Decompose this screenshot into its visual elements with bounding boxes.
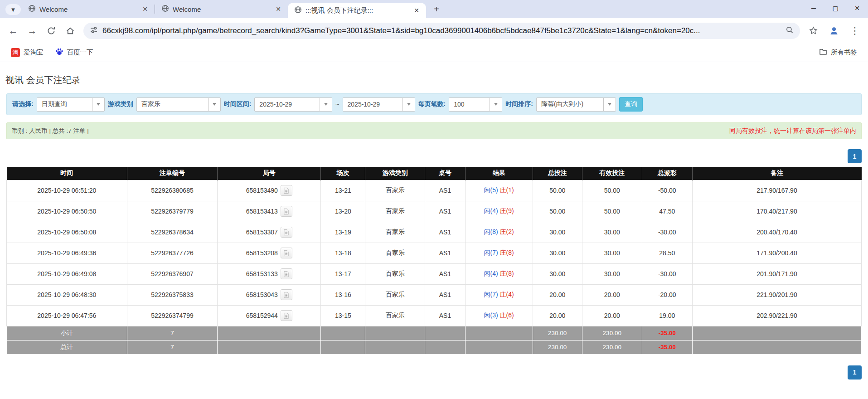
- close-icon[interactable]: ✕: [140, 4, 150, 14]
- new-tab-button[interactable]: +: [430, 2, 443, 16]
- bookmark-taobao[interactable]: 淘 爱淘宝: [7, 46, 47, 59]
- chevron-down-icon[interactable]: ▼: [5, 4, 21, 15]
- summary-empty-cell: [218, 326, 321, 340]
- cell-result: 闲(8) 庄(2): [465, 222, 533, 243]
- column-header: 总投注: [533, 167, 582, 180]
- maximize-icon[interactable]: ▢: [824, 0, 846, 16]
- url-text[interactable]: 66cxkj98.com/ipl/portal.php/game/betreco…: [102, 26, 781, 35]
- cell-game-type: 百家乐: [365, 180, 425, 201]
- cell-total-bet[interactable]: 20.00: [533, 284, 582, 305]
- query-type-select[interactable]: 日期查询: [37, 97, 105, 112]
- cell-time: 2025-10-29 06:47:56: [7, 305, 127, 326]
- bookmark-baidu[interactable]: 百度一下: [52, 46, 97, 59]
- cell-game-type: 百家乐: [365, 263, 425, 284]
- table-row: 2025-10-29 06:50:50522926379779658153413…: [7, 201, 862, 222]
- column-header: 备注: [692, 167, 861, 180]
- video-replay-icon[interactable]: [281, 227, 292, 238]
- cell-total-bet[interactable]: 30.00: [533, 222, 582, 243]
- summary-label: 小计: [7, 326, 127, 340]
- all-bookmarks-button[interactable]: 所有书签: [815, 46, 861, 59]
- summary-total-bet: 230.00: [533, 326, 582, 340]
- video-replay-icon[interactable]: [281, 289, 292, 300]
- browser-tab-1[interactable]: Welcome ✕: [22, 0, 155, 18]
- forward-icon[interactable]: →: [23, 21, 42, 40]
- reload-icon[interactable]: [42, 21, 61, 40]
- zoom-icon[interactable]: [786, 26, 794, 36]
- cell-total-bet[interactable]: 30.00: [533, 243, 582, 263]
- window-controls: ─ ▢ ✕: [803, 0, 868, 16]
- url-bar[interactable]: 66cxkj98.com/ipl/portal.php/game/betreco…: [83, 23, 800, 39]
- column-header: 总派彩: [642, 167, 692, 180]
- home-icon[interactable]: [61, 21, 80, 40]
- summary-count: 7: [127, 340, 218, 354]
- back-icon[interactable]: ←: [4, 21, 23, 40]
- cell-bet-id: 522926378634: [127, 222, 218, 243]
- video-replay-icon[interactable]: [281, 248, 292, 258]
- cell-table-no: AS1: [425, 284, 466, 305]
- cell-bet-id: 522926376907: [127, 263, 218, 284]
- close-icon[interactable]: ✕: [412, 5, 422, 15]
- column-header: 场次: [321, 167, 365, 180]
- result-player: 闲(8): [484, 228, 498, 235]
- result-player: 闲(7): [484, 249, 498, 256]
- cell-table-no: AS1: [425, 243, 466, 263]
- chevron-down-icon: [603, 98, 616, 111]
- date-to-select[interactable]: 2025-10-29: [343, 97, 415, 112]
- video-replay-icon[interactable]: [281, 268, 292, 279]
- minimize-icon[interactable]: ─: [803, 0, 824, 16]
- sort-select[interactable]: 降冪(由大到小): [536, 97, 616, 112]
- cell-table-no: AS1: [425, 201, 466, 222]
- browser-tab-2[interactable]: Welcome ✕: [155, 0, 288, 18]
- toolbar-right: ⋮: [804, 21, 864, 40]
- close-icon[interactable]: ✕: [273, 4, 283, 14]
- records-table: 时间注单编号局号场次游戏类别桌号结果总投注有效投注总派彩备注 2025-10-2…: [6, 167, 862, 355]
- cell-round-id: 658153413: [218, 201, 321, 222]
- cell-total-bet[interactable]: 50.00: [533, 180, 582, 201]
- pagination-bottom: 1: [6, 365, 862, 380]
- baidu-paw-icon: [55, 48, 63, 57]
- tab-title: :::视讯 会员下注纪录:::: [305, 6, 408, 15]
- browser-tab-active[interactable]: :::视讯 会员下注纪录::: ✕: [288, 3, 426, 18]
- result-banker: 庄(4): [500, 291, 514, 298]
- cell-game-type: 百家乐: [365, 243, 425, 263]
- result-banker: 庄(8): [500, 249, 514, 256]
- cell-payout: -20.00: [642, 284, 692, 305]
- cell-total-bet[interactable]: 30.00: [533, 263, 582, 284]
- site-info-icon[interactable]: [90, 26, 98, 36]
- column-header: 游戏类别: [365, 167, 425, 180]
- round-number: 658153043: [246, 291, 278, 298]
- cell-bet-id: 522926377726: [127, 243, 218, 263]
- game-type-select[interactable]: 百家乐: [136, 97, 221, 112]
- bookmark-star-icon[interactable]: [804, 21, 823, 40]
- result-banker: 庄(9): [500, 207, 514, 214]
- cell-table-no: AS1: [425, 263, 466, 284]
- video-replay-icon[interactable]: [281, 185, 292, 196]
- cell-bet-id: 522926380685: [127, 180, 218, 201]
- result-banker: 庄(6): [500, 311, 514, 319]
- chevron-down-icon: [320, 98, 332, 111]
- summary-valid-bet: 230.00: [582, 340, 642, 354]
- page-size-select[interactable]: 100: [449, 97, 502, 112]
- video-replay-icon[interactable]: [281, 310, 292, 321]
- cell-valid-bet: 30.00: [582, 222, 642, 243]
- page-1-button[interactable]: 1: [848, 149, 862, 163]
- cell-total-bet[interactable]: 20.00: [533, 305, 582, 326]
- page-1-button[interactable]: 1: [848, 365, 862, 380]
- cell-total-bet[interactable]: 50.00: [533, 201, 582, 222]
- video-replay-icon[interactable]: [281, 206, 292, 217]
- all-bookmarks-label: 所有书签: [831, 48, 857, 57]
- summary-total-bet: 230.00: [533, 340, 582, 354]
- cell-game-type: 百家乐: [365, 284, 425, 305]
- date-from-select[interactable]: 2025-10-29: [254, 97, 332, 112]
- summary-bar: 币别 : 人民币 | 总共 :7 注单 | 同局有效投注，统一计算在该局第一张注…: [6, 122, 862, 139]
- cell-session: 13-16: [321, 284, 365, 305]
- table-row: 2025-10-29 06:50:08522926378634658153307…: [7, 222, 862, 243]
- profile-icon[interactable]: [824, 21, 844, 40]
- search-button[interactable]: 查询: [619, 97, 643, 112]
- menu-icon[interactable]: ⋮: [845, 21, 864, 40]
- cell-session: 13-17: [321, 263, 365, 284]
- close-window-icon[interactable]: ✕: [846, 0, 868, 16]
- globe-icon: [28, 5, 36, 14]
- cell-valid-bet: 30.00: [582, 263, 642, 284]
- chevron-down-icon: [490, 98, 502, 111]
